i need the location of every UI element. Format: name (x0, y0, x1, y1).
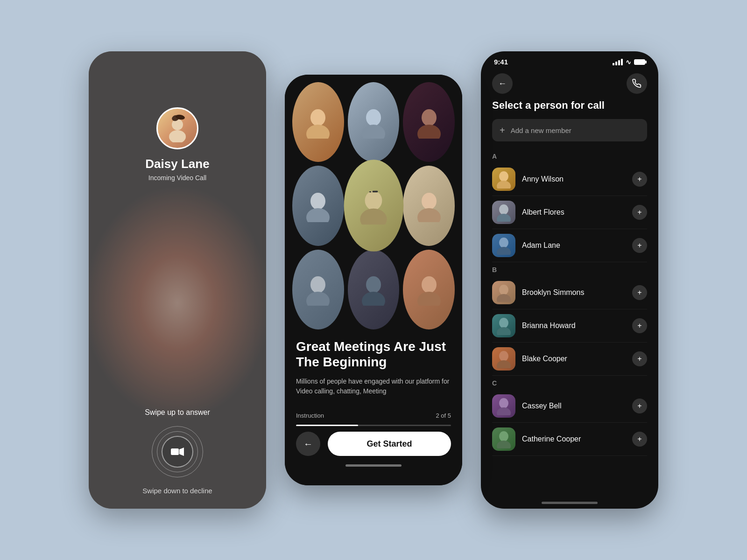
svg-point-14 (365, 191, 382, 210)
add-member-button[interactable]: + Add a new member (492, 119, 647, 141)
battery-icon (634, 59, 645, 65)
name-albert-flores: Albert Flores (522, 208, 626, 217)
svg-rect-17 (373, 191, 378, 192)
progress-label: Instruction (296, 412, 324, 419)
onboarding-back-button[interactable]: ← (296, 432, 320, 456)
onboarding-body: Millions of people have engaged with our… (296, 377, 451, 396)
add-plus-icon: + (500, 125, 505, 136)
add-adam-lane-button[interactable]: + (632, 238, 647, 253)
grid-avatar-9 (403, 250, 455, 329)
svg-point-8 (366, 109, 381, 126)
svg-point-19 (417, 208, 441, 222)
name-anny-wilson: Anny Wilson (522, 175, 626, 183)
bar-3 (618, 60, 620, 65)
add-albert-flores-button[interactable]: + (632, 205, 647, 220)
wifi-icon: ∿ (626, 58, 631, 66)
contact-adam-lane[interactable]: Adam Lane + (492, 229, 647, 262)
svg-point-25 (417, 292, 441, 306)
name-brooklyn-simmons: Brooklyn Simmons (522, 288, 626, 297)
contact-brooklyn-simmons[interactable]: Brooklyn Simmons + (492, 276, 647, 309)
status-bar: 9:41 ∿ (481, 51, 658, 66)
video-btn-rings[interactable] (152, 426, 203, 477)
contact-cassey-bell[interactable]: Cassey Bell + (492, 390, 647, 423)
svg-point-37 (497, 360, 511, 368)
add-cassey-bell-button[interactable]: + (632, 399, 647, 413)
contact-albert-flores[interactable]: Albert Flores + (492, 196, 647, 229)
phone-contacts: 9:41 ∿ ← Select a person for call + Add … (481, 51, 658, 509)
svg-point-33 (497, 294, 511, 302)
avatar-brooklyn-simmons (492, 281, 515, 304)
svg-point-10 (422, 109, 437, 126)
avatar-grid (285, 75, 462, 329)
grid-avatar-4 (292, 166, 344, 245)
caller-avatar (156, 107, 198, 149)
svg-point-1 (169, 130, 186, 142)
svg-point-38 (499, 398, 508, 408)
onboarding-headline: Great Meetings Are Just The Beginning (296, 339, 451, 370)
video-icon (171, 447, 184, 456)
swipe-down-label: Swipe down to decline (142, 487, 212, 495)
add-brianna-howard-button[interactable]: + (632, 318, 647, 333)
add-catherine-cooper-button[interactable]: + (632, 432, 647, 447)
contact-anny-wilson[interactable]: Anny Wilson + (492, 163, 647, 196)
name-blake-cooper: Blake Cooper (522, 355, 626, 363)
caller-name: Daisy Lane (145, 157, 209, 171)
name-adam-lane: Adam Lane (522, 241, 626, 250)
add-brooklyn-simmons-button[interactable]: + (632, 285, 647, 300)
svg-point-27 (497, 181, 511, 189)
svg-point-28 (499, 204, 508, 215)
progress-bar-bg (296, 425, 451, 426)
svg-point-39 (497, 407, 511, 415)
grid-avatar-2 (348, 82, 400, 162)
avatar-adam-lane (492, 234, 515, 257)
svg-point-30 (499, 238, 508, 248)
progress-bar-fill (296, 425, 358, 426)
contacts-header: ← (481, 66, 658, 99)
signal-icon (613, 59, 623, 65)
video-button-area[interactable] (152, 426, 203, 477)
phone-icon (632, 79, 641, 88)
get-started-button[interactable]: Get Started (328, 432, 451, 456)
svg-point-29 (497, 214, 511, 222)
bar-2 (615, 62, 617, 65)
svg-point-35 (497, 327, 511, 335)
progress-row: Instruction 2 of 5 (296, 412, 451, 419)
contacts-title: Select a person for call (481, 99, 658, 119)
add-blake-cooper-button[interactable]: + (632, 351, 647, 366)
section-b: B (492, 262, 647, 276)
svg-point-11 (417, 125, 441, 139)
grid-avatar-7 (292, 250, 344, 329)
add-member-label: Add a new member (511, 126, 571, 134)
svg-point-12 (310, 193, 325, 210)
contacts-back-button[interactable]: ← (492, 73, 513, 94)
svg-point-23 (362, 292, 385, 306)
phone-onboarding: Great Meetings Are Just The Beginning Mi… (285, 75, 462, 485)
svg-point-32 (499, 285, 508, 295)
contact-catherine-cooper[interactable]: Catherine Cooper + (492, 423, 647, 456)
svg-point-21 (306, 292, 330, 306)
status-icons: ∿ (613, 58, 645, 66)
contact-blake-cooper[interactable]: Blake Cooper + (492, 343, 647, 376)
call-content: Daisy Lane Incoming Video Call Swipe up … (89, 51, 266, 509)
onboarding-text: Great Meetings Are Just The Beginning Mi… (285, 329, 462, 406)
avatar-albert-flores (492, 201, 515, 224)
add-anny-wilson-button[interactable]: + (632, 172, 647, 187)
svg-point-13 (306, 208, 330, 222)
contacts-home-indicator (542, 502, 598, 504)
call-type: Incoming Video Call (148, 174, 206, 182)
avatar-blake-cooper (492, 347, 515, 371)
svg-point-9 (362, 125, 385, 139)
bar-1 (613, 63, 614, 65)
grid-avatar-3 (403, 82, 455, 162)
avatar-anny-wilson (492, 168, 515, 191)
video-call-button[interactable] (162, 436, 193, 468)
contacts-call-button[interactable] (627, 73, 647, 94)
svg-point-7 (306, 125, 330, 139)
name-brianna-howard: Brianna Howard (522, 322, 626, 330)
grid-avatar-6 (403, 166, 455, 245)
onboarding-footer: Instruction 2 of 5 ← Get Started (285, 406, 462, 485)
svg-point-31 (497, 247, 511, 255)
svg-point-40 (499, 431, 508, 441)
contact-brianna-howard[interactable]: Brianna Howard + (492, 309, 647, 343)
avatar-cassey-bell (492, 394, 515, 418)
